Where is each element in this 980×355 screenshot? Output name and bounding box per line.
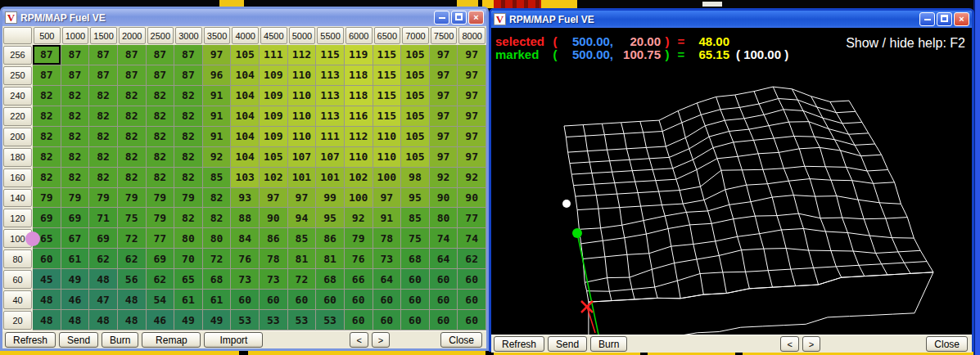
ve-cell[interactable]: 98 xyxy=(401,168,430,188)
ve-cell[interactable]: 85 xyxy=(401,208,430,228)
ve-cell[interactable]: 97 xyxy=(430,127,458,147)
ve-cell[interactable]: 116 xyxy=(345,106,373,127)
ve-cell[interactable]: 87 xyxy=(118,65,147,86)
ve-cell[interactable]: 82 xyxy=(33,168,61,188)
maximize-button[interactable] xyxy=(937,12,952,26)
row-header-180[interactable]: 180 xyxy=(3,148,32,167)
col-header-1000[interactable]: 1000 xyxy=(62,27,89,44)
ve-cell[interactable]: 87 xyxy=(147,45,175,65)
ve-cell[interactable]: 82 xyxy=(61,147,90,168)
ve-cell[interactable]: 62 xyxy=(458,249,486,269)
ve-cell[interactable]: 72 xyxy=(118,228,147,249)
ve-cell[interactable]: 90 xyxy=(430,188,458,209)
ve-cell[interactable]: 97 xyxy=(458,65,486,86)
ve-cell[interactable]: 82 xyxy=(118,86,147,106)
ve-cell[interactable]: 113 xyxy=(316,86,345,106)
ve-cell[interactable]: 82 xyxy=(118,168,147,188)
ve-cell[interactable]: 82 xyxy=(147,127,175,147)
ve-cell[interactable]: 82 xyxy=(147,106,175,127)
row-header-20[interactable]: 20 xyxy=(3,311,32,330)
ve-cell[interactable]: 73 xyxy=(231,269,260,290)
ve-cell[interactable]: 73 xyxy=(373,249,402,269)
ve-cell[interactable]: 105 xyxy=(401,147,430,168)
ve-cell[interactable]: 97 xyxy=(458,45,486,65)
ve-cell[interactable]: 97 xyxy=(458,86,486,106)
ve-cell[interactable]: 85 xyxy=(288,228,317,249)
ve-cell[interactable]: 68 xyxy=(316,269,345,290)
col-header-6000[interactable]: 6000 xyxy=(345,27,373,44)
ve-cell[interactable]: 68 xyxy=(401,249,430,269)
ve-cell[interactable]: 53 xyxy=(288,310,317,330)
row-header-120[interactable]: 120 xyxy=(3,209,32,227)
ve-cell[interactable]: 61 xyxy=(174,290,203,310)
ve-cell[interactable]: 111 xyxy=(316,127,345,147)
ve-cell[interactable]: 79 xyxy=(345,228,373,249)
ve-cell[interactable]: 111 xyxy=(260,45,288,65)
ve-cell[interactable]: 110 xyxy=(288,86,317,106)
ve-cell[interactable]: 72 xyxy=(288,269,317,290)
ve-cell[interactable]: 87 xyxy=(174,65,203,86)
ve-cell[interactable]: 82 xyxy=(174,127,203,147)
ve-cell[interactable]: 87 xyxy=(89,65,118,86)
col-header-5500[interactable]: 5500 xyxy=(317,27,344,44)
ve-cell[interactable]: 104 xyxy=(231,127,260,147)
send-button[interactable]: Send xyxy=(548,336,587,352)
ve-cell[interactable]: 54 xyxy=(147,290,175,310)
ve-cell[interactable]: 71 xyxy=(89,208,118,228)
ve-cell[interactable]: 105 xyxy=(401,86,430,106)
ve-cell[interactable]: 97 xyxy=(430,147,458,168)
col-header-3000[interactable]: 3000 xyxy=(175,27,202,44)
ve-cell[interactable]: 104 xyxy=(231,147,260,168)
ve-cell[interactable]: 97 xyxy=(373,188,402,209)
ve-cell[interactable]: 107 xyxy=(288,147,317,168)
row-header-60[interactable]: 60 xyxy=(3,270,32,289)
ve-cell[interactable]: 105 xyxy=(401,45,430,65)
ve-cell[interactable]: 74 xyxy=(458,228,486,249)
ve-cell[interactable]: 79 xyxy=(33,188,61,209)
ve-cell[interactable]: 69 xyxy=(61,208,90,228)
ve-cell[interactable]: 90 xyxy=(260,208,288,228)
ve-cell[interactable]: 87 xyxy=(33,45,61,65)
ve-cell[interactable]: 104 xyxy=(231,106,260,127)
ve-cell[interactable]: 86 xyxy=(260,228,288,249)
ve-cell[interactable]: 47 xyxy=(89,290,118,310)
col-header-4500[interactable]: 4500 xyxy=(260,27,287,44)
ve-cell[interactable]: 105 xyxy=(401,127,430,147)
ve-cell[interactable]: 48 xyxy=(33,290,61,310)
ve-cell[interactable]: 73 xyxy=(260,269,288,290)
ve-3d-view[interactable]: selected(500.00,20.00)=48.00 marked(500.… xyxy=(491,28,972,335)
ve-cell[interactable]: 60 xyxy=(373,310,402,330)
ve-cell[interactable]: 80 xyxy=(174,228,203,249)
row-header-80[interactable]: 80 xyxy=(3,249,32,268)
ve-cell[interactable]: 46 xyxy=(61,290,90,310)
ve-cell[interactable]: 82 xyxy=(203,208,232,228)
burn-button[interactable]: Burn xyxy=(102,332,138,348)
ve-cell[interactable]: 97 xyxy=(260,188,288,209)
ve-cell[interactable]: 82 xyxy=(61,86,90,106)
ve-cell[interactable]: 97 xyxy=(458,106,486,127)
row-header-220[interactable]: 220 xyxy=(3,107,32,126)
ve-cell[interactable]: 97 xyxy=(203,45,232,65)
page-next-button[interactable]: > xyxy=(372,332,390,348)
ve-cell[interactable]: 102 xyxy=(260,168,288,188)
col-header-2500[interactable]: 2500 xyxy=(147,27,174,44)
ve-cell[interactable]: 97 xyxy=(458,147,486,168)
ve-cell[interactable]: 115 xyxy=(373,106,402,127)
ve-cell[interactable]: 82 xyxy=(147,147,175,168)
ve-cell[interactable]: 86 xyxy=(316,228,345,249)
ve-cell[interactable]: 101 xyxy=(288,168,317,188)
ve-cell[interactable]: 96 xyxy=(203,65,232,86)
ve-cell[interactable]: 95 xyxy=(316,208,345,228)
ve-cell[interactable]: 88 xyxy=(231,208,260,228)
ve-cell[interactable]: 48 xyxy=(61,310,90,330)
ve-cell[interactable]: 107 xyxy=(316,147,345,168)
ve-cell[interactable]: 82 xyxy=(147,168,175,188)
ve-cell[interactable]: 90 xyxy=(458,188,486,209)
ve-cell[interactable]: 115 xyxy=(373,45,402,65)
burn-button[interactable]: Burn xyxy=(590,336,627,352)
page-prev-button[interactable]: < xyxy=(780,336,798,352)
left-titlebar[interactable]: V RPM/MAP Fuel VE × xyxy=(2,9,486,26)
ve-cell[interactable]: 60 xyxy=(345,310,373,330)
ve-cell[interactable]: 64 xyxy=(373,269,402,290)
ve-cell[interactable]: 82 xyxy=(61,168,90,188)
